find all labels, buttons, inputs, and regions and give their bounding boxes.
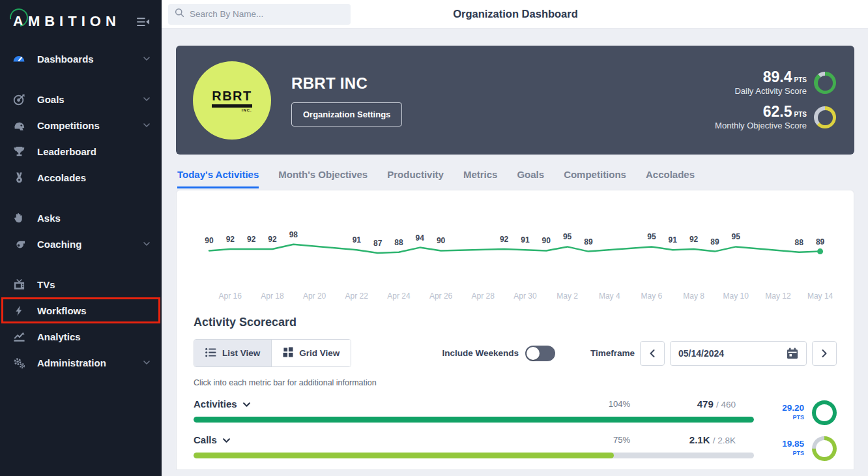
- score-value: 62.5: [763, 103, 792, 120]
- metric-ring: [812, 400, 837, 425]
- chart-tick-label: May 10: [723, 291, 749, 301]
- sidebar-item-coaching[interactable]: Coaching: [0, 231, 162, 257]
- chart-value-label: 92: [268, 235, 277, 244]
- tab-month-s-objectives[interactable]: Month's Objectives: [278, 165, 368, 188]
- chart-tick-label: Apr 24: [387, 291, 411, 301]
- metric-bar[interactable]: [194, 453, 754, 458]
- page-content: RBRT INC. RBRT INC Organization Settings…: [162, 29, 868, 476]
- sidebar-logo-row: AMBITION: [0, 0, 162, 39]
- sidebar-item-workflows[interactable]: Workflows: [1, 297, 160, 323]
- dashboard-panel: 9092929298918788949092919095899591928995…: [176, 190, 854, 470]
- sidebar-item-dashboards[interactable]: Dashboards: [0, 46, 162, 72]
- metric-side: 19.85 PTS: [754, 431, 837, 461]
- sidebar-item-competitions[interactable]: Competitions: [0, 112, 162, 138]
- tab-accolades[interactable]: Accolades: [646, 165, 695, 188]
- chart-value-label: 92: [689, 235, 699, 244]
- organization-avatar: RBRT INC.: [193, 61, 271, 140]
- tab-metrics[interactable]: Metrics: [463, 165, 498, 188]
- sidebar-item-tvs[interactable]: TVs: [0, 271, 162, 297]
- chart-tick-label: Apr 26: [429, 291, 453, 301]
- timeframe-date-field[interactable]: [670, 341, 807, 366]
- metric-points-value: 19.85: [782, 439, 804, 448]
- score-ring: [814, 106, 836, 128]
- score-unit: PTS: [794, 76, 807, 83]
- grid-view-button[interactable]: Grid View: [272, 340, 351, 366]
- search-icon: [175, 8, 184, 20]
- scorecard-title: Activity Scorecard: [194, 316, 837, 329]
- chart-value-label: 90: [542, 236, 551, 245]
- chart-value-label: 95: [647, 232, 656, 241]
- chevron-down-icon[interactable]: [223, 434, 230, 445]
- score-ring: [814, 72, 836, 94]
- chart-tick-label: May 12: [765, 291, 791, 301]
- metric-row-calls: Calls 75% 2.1K / 2.8K 19.85 PTS: [194, 431, 837, 461]
- view-switcher: List View Grid View: [194, 339, 351, 367]
- metric-row-activities: Activities 104% 479 / 460 29.20 PTS: [194, 395, 837, 425]
- timeframe-prev-button[interactable]: [640, 341, 665, 366]
- metric-header[interactable]: Activities 104% 479 / 460: [194, 395, 754, 412]
- metric-points-unit: PTS: [782, 413, 804, 422]
- sidebar-item-label: Coaching: [37, 239, 81, 250]
- sidebar-item-administration[interactable]: Administration: [0, 350, 162, 376]
- tab-competitions[interactable]: Competitions: [564, 165, 626, 188]
- score-unit: PTS: [794, 111, 807, 118]
- sidebar-item-accolades[interactable]: Accolades: [0, 164, 162, 190]
- top-header: Organization Dashboard: [162, 0, 868, 29]
- metric-header[interactable]: Calls 75% 2.1K / 2.8K: [194, 431, 754, 448]
- metric-bar-fill: [194, 453, 614, 458]
- include-weekends-toggle[interactable]: [525, 346, 555, 361]
- search-input[interactable]: [190, 9, 340, 19]
- chart-value-label: 89: [584, 237, 593, 246]
- metric-list: Activities 104% 479 / 460 29.20 PTS Call…: [194, 395, 837, 461]
- timeframe-next-button[interactable]: [812, 341, 837, 366]
- metric-points: 19.85 PTS: [782, 439, 804, 458]
- line-chart-svg: 9092929298918788949092919095899591928995…: [194, 207, 837, 310]
- tab-today-s-activities[interactable]: Today's Activities: [177, 165, 259, 188]
- chart-value-label: 90: [205, 236, 214, 245]
- scorecard-controls: List View Grid View Include Weekends Ti: [194, 339, 837, 367]
- app-root: AMBITION DashboardsGoalsCompetitionsLead…: [0, 0, 868, 476]
- timeframe-date-input[interactable]: [678, 348, 776, 359]
- chevron-down-icon: [143, 57, 150, 61]
- chart-tick-label: May 14: [807, 291, 833, 301]
- metric-main: Activities 104% 479 / 460: [194, 395, 754, 425]
- ambition-logo: AMBITION: [13, 13, 121, 30]
- search-box[interactable]: [168, 4, 351, 25]
- dashboard-tabs: Today's ActivitiesMonth's ObjectivesProd…: [177, 165, 853, 188]
- sidebar-item-label: Asks: [37, 213, 61, 224]
- logo-a-ring: A: [13, 13, 28, 30]
- metric-ring: [812, 436, 837, 461]
- scorecard-hint: Click into each metric bar for additiona…: [194, 378, 837, 387]
- competitions-helmet-icon: [12, 119, 26, 132]
- metric-name: Activities: [194, 398, 237, 409]
- metric-bar[interactable]: [194, 417, 754, 423]
- chevron-down-icon: [143, 97, 150, 101]
- tab-goals[interactable]: Goals: [517, 165, 544, 188]
- score-label: Daily Activity Score: [734, 86, 807, 96]
- asks-hand-icon: [12, 212, 26, 224]
- score-text: 62.5PTS Monthly Objective Score: [715, 104, 807, 130]
- chevron-down-icon[interactable]: [243, 398, 250, 409]
- metric-percent: 104%: [609, 399, 630, 409]
- organization-name: RBRT INC: [291, 74, 402, 93]
- toggle-knob: [527, 347, 540, 360]
- chart-value-label: 89: [710, 237, 719, 246]
- sidebar-item-goals[interactable]: Goals: [0, 86, 162, 112]
- tab-productivity[interactable]: Productivity: [387, 165, 444, 188]
- metric-bar-fill: [194, 417, 754, 423]
- sidebar-item-label: Competitions: [37, 120, 100, 131]
- list-view-button[interactable]: List View: [194, 340, 272, 366]
- logo-text: MBITION: [28, 13, 121, 29]
- sidebar-item-analytics[interactable]: Analytics: [0, 323, 162, 350]
- chevron-down-icon: [143, 361, 150, 364]
- calendar-icon[interactable]: [787, 348, 798, 359]
- sidebar-item-leaderboard[interactable]: Leaderboard: [0, 138, 162, 164]
- sidebar-collapse-icon[interactable]: [137, 17, 150, 27]
- avatar-subtext: INC.: [242, 108, 252, 112]
- sidebar-item-asks[interactable]: Asks: [0, 205, 162, 231]
- metric-points: 29.20 PTS: [782, 404, 804, 422]
- grid-view-label: Grid View: [299, 348, 340, 358]
- organization-settings-button[interactable]: Organization Settings: [291, 102, 402, 126]
- analytics-chart-icon: [12, 331, 26, 343]
- chart-tick-label: Apr 16: [219, 291, 242, 301]
